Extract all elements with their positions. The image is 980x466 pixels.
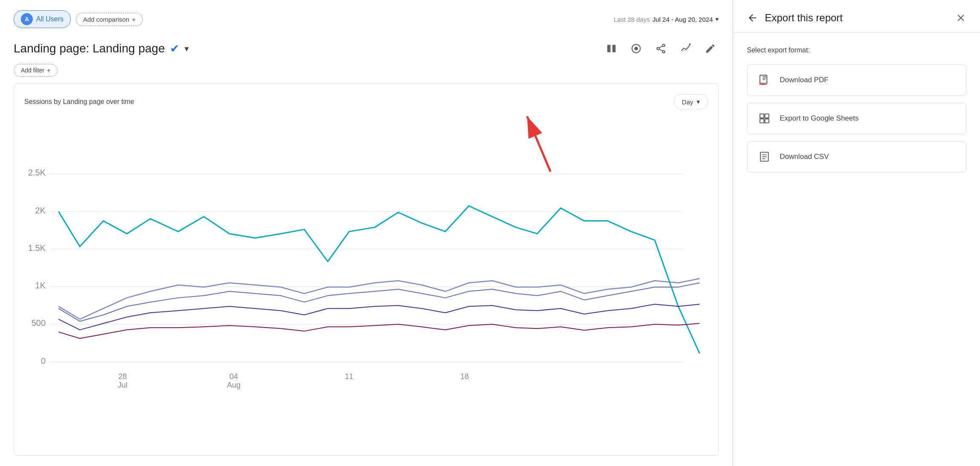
- pdf-icon: PDF: [758, 74, 771, 86]
- svg-text:500: 500: [32, 318, 46, 328]
- svg-text:0: 0: [41, 356, 46, 365]
- page-title-left: Landing page: Landing page ✔ ▾: [14, 42, 189, 55]
- svg-point-6: [663, 51, 665, 53]
- svg-line-7: [659, 46, 663, 48]
- filter-row: Add filter +: [14, 64, 719, 77]
- day-selector-label: Day: [682, 98, 693, 106]
- save-icon-button[interactable]: [628, 40, 645, 57]
- export-sheets-label: Export to Google Sheets: [780, 114, 859, 123]
- export-header: Export this report: [733, 0, 980, 33]
- export-panel: Export this report Select export format:…: [733, 0, 980, 466]
- toolbar-icons: [603, 40, 719, 57]
- chart-wrapper: 2.5K 2K 1.5K 1K 500 0 28 Jul: [24, 116, 708, 445]
- svg-text:18: 18: [460, 372, 469, 381]
- edit-icon-button[interactable]: [702, 40, 719, 57]
- title-dropdown-button[interactable]: ▾: [184, 43, 189, 54]
- chevron-down-icon: ▾: [697, 98, 700, 106]
- svg-text:2K: 2K: [35, 206, 46, 215]
- chart-svg: 2.5K 2K 1.5K 1K 500 0 28 Jul: [24, 116, 708, 445]
- export-body: Select export format: PDF Download PDF: [733, 33, 980, 186]
- svg-text:11: 11: [345, 372, 353, 381]
- chart-title: Sessions by Landing page over time: [24, 98, 134, 106]
- svg-rect-0: [607, 45, 611, 52]
- plus-icon: +: [132, 16, 135, 23]
- export-option-sheets[interactable]: Export to Google Sheets: [747, 103, 966, 134]
- add-comparison-button[interactable]: Add comparison +: [76, 13, 143, 26]
- svg-text:Jul: Jul: [118, 381, 127, 389]
- share-icon-button[interactable]: [652, 40, 669, 57]
- chart-container: Sessions by Landing page over time Day ▾: [14, 83, 719, 456]
- svg-text:1.5K: 1.5K: [28, 243, 46, 253]
- chevron-down-icon: ▾: [184, 43, 189, 54]
- compare-icon-button[interactable]: [603, 40, 620, 57]
- svg-line-8: [659, 49, 663, 51]
- export-title: Export this report: [765, 12, 955, 24]
- day-selector-button[interactable]: Day ▾: [674, 94, 708, 109]
- export-pdf-label: Download PDF: [780, 76, 828, 84]
- date-range-prefix: Last 28 days: [614, 16, 650, 23]
- svg-point-3: [634, 47, 638, 51]
- svg-text:04: 04: [229, 372, 238, 381]
- top-bar-right: Last 28 days Jul 24 - Aug 20, 2024 ▾: [614, 15, 719, 23]
- insights-icon-button[interactable]: [677, 40, 694, 57]
- export-option-csv[interactable]: Download CSV: [747, 141, 966, 173]
- top-bar-left: A All Users Add comparison +: [14, 10, 143, 28]
- export-close-button[interactable]: [955, 12, 966, 23]
- check-icon: ✔: [170, 42, 179, 55]
- csv-icon: [758, 151, 771, 163]
- export-format-label: Select export format:: [747, 46, 966, 54]
- top-bar: A All Users Add comparison + Last 28 day…: [14, 10, 719, 33]
- svg-rect-33: [760, 114, 764, 118]
- add-comparison-label: Add comparison: [83, 16, 129, 23]
- page-title: Landing page: Landing page: [14, 42, 165, 55]
- svg-text:1K: 1K: [35, 281, 46, 290]
- chevron-down-icon: ▾: [715, 15, 719, 23]
- date-range-selector[interactable]: Last 28 days Jul 24 - Aug 20, 2024 ▾: [614, 15, 719, 23]
- main-content: A All Users Add comparison + Last 28 day…: [0, 0, 733, 466]
- svg-point-5: [657, 47, 659, 49]
- svg-rect-35: [760, 119, 764, 123]
- date-range-value: Jul 24 - Aug 20, 2024: [652, 16, 713, 23]
- export-option-pdf[interactable]: PDF Download PDF: [747, 64, 966, 96]
- all-users-label: All Users: [36, 15, 63, 23]
- svg-text:Aug: Aug: [227, 381, 240, 389]
- svg-rect-34: [765, 114, 769, 118]
- plus-icon: +: [47, 67, 50, 74]
- svg-text:2.5K: 2.5K: [28, 168, 46, 177]
- svg-point-4: [663, 44, 665, 46]
- export-csv-label: Download CSV: [780, 152, 829, 161]
- svg-text:PDF: PDF: [759, 82, 766, 86]
- sheets-icon: [758, 112, 771, 124]
- page-title-row: Landing page: Landing page ✔ ▾: [14, 40, 719, 57]
- avatar: A: [21, 13, 33, 25]
- export-back-button[interactable]: [747, 12, 758, 23]
- svg-text:28: 28: [118, 372, 127, 381]
- all-users-badge[interactable]: A All Users: [14, 10, 71, 28]
- svg-rect-1: [612, 45, 616, 52]
- add-filter-button[interactable]: Add filter +: [14, 64, 58, 77]
- svg-rect-36: [765, 119, 769, 123]
- add-filter-label: Add filter: [21, 67, 44, 74]
- chart-header: Sessions by Landing page over time Day ▾: [24, 94, 708, 109]
